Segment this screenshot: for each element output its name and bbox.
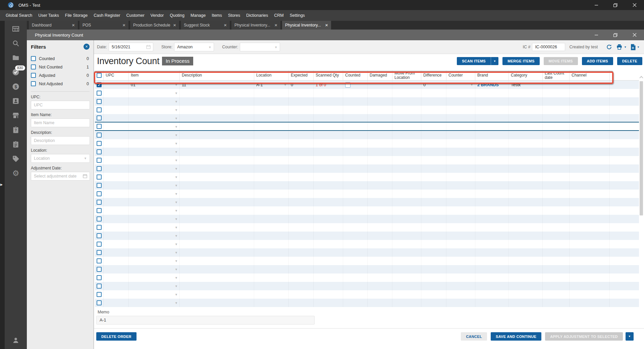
description-input[interactable]: [31, 136, 90, 145]
row-select-checkbox[interactable]: [97, 233, 102, 238]
gear-icon[interactable]: ⚙: [11, 169, 20, 177]
print-icon[interactable]: ▼: [616, 44, 627, 50]
inner-close-icon[interactable]: [625, 30, 644, 40]
chevron-down-icon[interactable]: ▼: [175, 234, 178, 238]
chevron-down-icon[interactable]: ▼: [175, 201, 178, 204]
filter-checkbox-counted[interactable]: Counted0: [31, 54, 90, 63]
cell-move_from[interactable]: [392, 81, 421, 89]
cell-sel[interactable]: [95, 97, 104, 106]
cell-item[interactable]: ▼: [129, 248, 180, 257]
column-header-upc[interactable]: UPC: [104, 70, 129, 80]
minimize-icon[interactable]: [587, 0, 606, 10]
cell-item[interactable]: ▼: [129, 215, 180, 223]
chevron-down-icon[interactable]: ▼: [175, 301, 178, 305]
sidebar-expand-arrow[interactable]: ▶: [0, 183, 3, 186]
row-select-checkbox[interactable]: [97, 133, 102, 138]
menu-item-stores[interactable]: Stores: [225, 10, 243, 21]
cell-item[interactable]: 01▼: [129, 81, 180, 89]
row-select-checkbox[interactable]: [97, 124, 102, 129]
close-icon[interactable]: [625, 0, 644, 10]
cell-sel[interactable]: [95, 265, 104, 273]
chevron-down-icon[interactable]: ▼: [175, 226, 178, 229]
scan-items-button[interactable]: SCAN ITEMS: [457, 57, 491, 65]
tab-close-icon[interactable]: ×: [122, 23, 125, 28]
chevron-down-icon[interactable]: ▼: [637, 46, 640, 49]
row-select-checkbox[interactable]: [97, 141, 102, 146]
column-header-category[interactable]: Category: [509, 70, 543, 80]
cell-sel[interactable]: [95, 299, 104, 307]
row-select-checkbox[interactable]: [97, 258, 102, 263]
cell-item[interactable]: ▼: [129, 89, 180, 97]
menu-item-dictionaries[interactable]: Dictionaries: [243, 10, 271, 21]
chevron-down-icon[interactable]: ▼: [175, 176, 178, 179]
column-header-item[interactable]: Item: [129, 70, 180, 80]
cell-sel[interactable]: [95, 106, 104, 114]
tab-close-icon[interactable]: ×: [274, 23, 277, 28]
search-icon[interactable]: [11, 39, 20, 47]
cell-item[interactable]: ▼: [129, 273, 180, 282]
chevron-down-icon[interactable]: ▼: [175, 217, 178, 221]
menu-item-quoting[interactable]: Quoting: [167, 10, 187, 21]
cell-sel[interactable]: [95, 223, 104, 232]
clipboard-list-icon[interactable]: [11, 140, 20, 148]
row-select-checkbox[interactable]: [97, 200, 102, 205]
cell-upc[interactable]: [104, 81, 129, 89]
cell-expected[interactable]: 0: [289, 81, 314, 89]
column-header-blank[interactable]: [610, 70, 639, 80]
chevron-down-icon[interactable]: ▼: [175, 285, 178, 288]
scan-items-dropdown-button[interactable]: ▼: [491, 57, 498, 65]
cell-item[interactable]: ▼: [129, 148, 180, 156]
select-adjustment-date-input[interactable]: [31, 172, 90, 181]
cell-item[interactable]: ▼: [129, 257, 180, 265]
row-select-checkbox[interactable]: [97, 267, 102, 272]
cell-item[interactable]: ▼: [129, 190, 180, 198]
cell-damaged[interactable]: [368, 81, 392, 89]
cell-sel[interactable]: [95, 181, 104, 190]
row-select-checkbox[interactable]: [97, 107, 102, 112]
save-and-continue-button[interactable]: SAVE AND CONTINUE: [491, 332, 541, 341]
cell-category[interactable]: Testk: [509, 81, 543, 89]
cell-item[interactable]: ▼: [129, 198, 180, 206]
row-select-checkbox[interactable]: [97, 166, 102, 171]
cell-difference[interactable]: 0: [421, 81, 446, 89]
cell-sel[interactable]: [95, 257, 104, 265]
cell-sel[interactable]: [95, 273, 104, 282]
cell-item[interactable]: ▼: [129, 223, 180, 232]
cell-sel[interactable]: [95, 131, 104, 139]
clipboard-question-icon[interactable]: ?: [11, 126, 20, 134]
row-select-checkbox[interactable]: [97, 82, 102, 87]
cell-item[interactable]: ▼: [129, 173, 180, 181]
column-header-expected[interactable]: Expected: [289, 70, 314, 80]
delete-button[interactable]: DELETE: [617, 57, 642, 65]
upc-input[interactable]: [31, 101, 90, 109]
chevron-down-icon[interactable]: ▼: [470, 83, 473, 87]
menu-item-crm[interactable]: CRM: [271, 10, 286, 21]
cell-blank[interactable]: [610, 81, 639, 89]
row-select-checkbox[interactable]: [97, 242, 102, 247]
row-select-checkbox[interactable]: [97, 91, 102, 96]
row-select-checkbox[interactable]: [97, 275, 102, 280]
cell-item[interactable]: ▼: [129, 290, 180, 299]
cell-item[interactable]: ▼: [129, 181, 180, 190]
column-header-counter[interactable]: Counter: [446, 70, 475, 80]
folder-icon[interactable]: [11, 54, 20, 62]
row-select-checkbox[interactable]: [97, 174, 102, 180]
cell-sel[interactable]: [95, 190, 104, 198]
ic-number-input[interactable]: [532, 43, 565, 51]
cell-item[interactable]: ▼: [129, 265, 180, 273]
delete-order-button[interactable]: DELETE ORDER: [96, 332, 137, 341]
column-header-brand[interactable]: Brand: [475, 70, 509, 80]
chevron-down-icon[interactable]: ▼: [175, 293, 178, 296]
dollar-icon[interactable]: $: [11, 83, 20, 91]
column-header-difference[interactable]: Difference: [421, 70, 446, 80]
tab-suggest-stock-3[interactable]: Suggest Stock×: [181, 21, 230, 30]
chevron-down-icon[interactable]: ▼: [175, 117, 178, 120]
cell-scanned[interactable]: 1 of 0: [314, 81, 343, 89]
cell-item[interactable]: ▼: [129, 97, 180, 106]
row-select-checkbox[interactable]: [97, 183, 102, 188]
column-header-move_from[interactable]: Move From Location: [392, 70, 421, 80]
tab-physical-inventory-4[interactable]: Physical Inventory...×: [231, 21, 280, 30]
cell-sel[interactable]: [95, 198, 104, 206]
chevron-down-icon[interactable]: ▼: [175, 92, 178, 95]
cell-item[interactable]: ▼: [129, 232, 180, 240]
